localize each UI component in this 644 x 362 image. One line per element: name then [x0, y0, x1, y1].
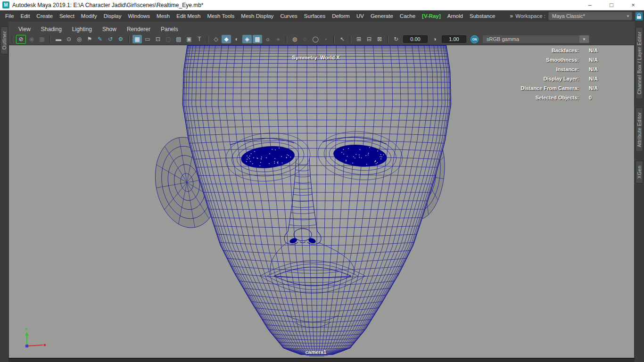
- menu-windows[interactable]: Windows: [124, 10, 153, 22]
- maya-window: M Autodesk Maya 2019.1: E:\A Character J…: [0, 0, 644, 362]
- panel-toolbar: ⊘◉▦▬⊙◎⚑✎↺⚙▦▭⊡▢▤▣T◇◆◐◈▩☼●◍◌◯▪↖⊞⊟⊠↻ 0.00 ◑…: [8, 33, 635, 45]
- panel-menu-lighting[interactable]: Lighting: [67, 26, 97, 33]
- workspace-dropdown[interactable]: Maya Classic* ▼: [548, 12, 632, 20]
- hud-readout: Backfaces: N/A Smoothness: N/A Instance:…: [478, 46, 610, 102]
- hud-label: Instance:: [478, 66, 579, 72]
- film-gate-icon[interactable]: ▭: [143, 35, 152, 43]
- menu-create[interactable]: Create: [33, 10, 56, 22]
- tab-attribute-editor[interactable]: Attribute Editor: [636, 107, 643, 152]
- menu-curves[interactable]: Curves: [277, 10, 300, 22]
- menu-surfaces[interactable]: Surfaces: [301, 10, 329, 22]
- hud-value: N/A: [589, 48, 610, 53]
- menu-display[interactable]: Display: [100, 10, 125, 22]
- tab-outliner[interactable]: Outliner: [0, 26, 8, 54]
- menu-select[interactable]: Select: [56, 10, 78, 22]
- title-bar: M Autodesk Maya 2019.1: E:\A Character J…: [0, 0, 644, 10]
- menu-uv[interactable]: UV: [353, 10, 367, 22]
- vray-vfb-icon[interactable]: ▦: [37, 35, 47, 43]
- lock-camera-icon[interactable]: ⊙: [64, 35, 74, 43]
- hud-label: Display Layer:: [478, 76, 579, 82]
- smooth-shade-icon[interactable]: ◆: [222, 35, 231, 43]
- panel-toolbar-icons: ⊘◉▦▬⊙◎⚑✎↺⚙▦▭⊡▢▤▣T◇◆◐◈▩☼●◍◌◯▪↖⊞⊟⊠↻: [16, 35, 401, 44]
- close-button[interactable]: ×: [622, 0, 644, 10]
- grease-pencil-icon[interactable]: ⚙: [116, 35, 125, 43]
- xray-icon[interactable]: ⊟: [364, 35, 374, 43]
- gate-mask-icon[interactable]: ▢: [164, 35, 173, 43]
- view-transform-value: sRGB gamma: [483, 36, 579, 42]
- minimize-button[interactable]: –: [579, 0, 601, 10]
- main-menu-bar: FileEditCreateSelectModifyDisplayWindows…: [0, 10, 644, 22]
- svg-text:Y: Y: [25, 326, 28, 331]
- image-plane-icon[interactable]: ✎: [95, 35, 105, 43]
- menu-mesh-display[interactable]: Mesh Display: [238, 10, 277, 22]
- default-material-icon[interactable]: ▩: [253, 35, 262, 43]
- selection-highlight-icon[interactable]: ↖: [338, 35, 347, 43]
- right-panel-strip: Channel Box / Layer EditorAttribute Edit…: [635, 22, 644, 362]
- gamma-on-toggle[interactable]: ON: [471, 35, 479, 43]
- menu-generate[interactable]: Generate: [367, 10, 396, 22]
- textured-icon[interactable]: ◐: [232, 35, 241, 43]
- panel-menu-show[interactable]: Show: [97, 26, 122, 33]
- isolate-select-icon[interactable]: ⊞: [354, 35, 363, 43]
- panel-menu-renderer[interactable]: Renderer: [122, 26, 156, 33]
- contrast-field[interactable]: 1.00: [442, 35, 466, 43]
- ambient-occlusion-icon[interactable]: ◍: [290, 35, 299, 43]
- grid-icon[interactable]: ▦: [132, 35, 142, 43]
- wireframe-icon[interactable]: ◇: [211, 35, 221, 43]
- camera-attributes-icon[interactable]: ◎: [74, 35, 84, 43]
- pan-zoom-icon[interactable]: ↺: [106, 35, 115, 43]
- resolution-gate-icon[interactable]: ⊡: [153, 35, 163, 43]
- depth-of-field-icon[interactable]: ▪: [321, 35, 330, 43]
- safe-title-icon[interactable]: T: [195, 35, 204, 43]
- menu-mesh[interactable]: Mesh: [153, 10, 173, 22]
- viewport: Y Symmetry: World X Backfaces: N/A Smoot…: [8, 45, 635, 358]
- menu-file[interactable]: File: [2, 10, 17, 22]
- menu-edit[interactable]: Edit: [17, 10, 33, 22]
- menu-cache[interactable]: Cache: [396, 10, 419, 22]
- chevron-down-icon: ▼: [624, 14, 632, 18]
- exposure-field[interactable]: 0.00: [403, 35, 428, 43]
- anti-alias-icon[interactable]: ◯: [311, 35, 320, 43]
- panel-menu-shading[interactable]: Shading: [36, 26, 67, 33]
- panel-menu-panels[interactable]: Panels: [156, 26, 183, 33]
- vray-ipr-icon[interactable]: ◉: [27, 35, 36, 43]
- menu-vray[interactable]: [V-Ray]: [419, 10, 444, 22]
- bookmark-icon[interactable]: ⚑: [85, 35, 94, 43]
- left-panel-strip: Outliner: [0, 22, 8, 362]
- menu-substance[interactable]: Substance: [466, 10, 498, 22]
- motion-blur-icon[interactable]: ◌: [300, 35, 310, 43]
- toolbar-separator: [50, 36, 51, 43]
- workspace-group: » Workspace : Maya Classic* ▼: [510, 12, 644, 21]
- workspace-lock-icon[interactable]: [635, 12, 643, 21]
- vray-render-toggle-icon[interactable]: ⊘: [16, 35, 26, 44]
- contrast-icon[interactable]: ◑: [430, 35, 439, 43]
- window-title: Autodesk Maya 2019.1: E:\A Character Jad…: [12, 2, 579, 8]
- xray-joints-icon[interactable]: ⊠: [375, 35, 384, 43]
- safe-action-icon[interactable]: ▣: [184, 35, 194, 43]
- panel-menu-view[interactable]: View: [13, 26, 36, 33]
- exposure-icon[interactable]: ↻: [391, 35, 401, 43]
- shadows-icon[interactable]: ●: [273, 35, 283, 43]
- view-transform-dropdown[interactable]: sRGB gamma ▼: [482, 35, 590, 43]
- select-camera-icon[interactable]: ▬: [54, 35, 63, 43]
- tab-channel-box-layer-editor[interactable]: Channel Box / Layer Editor: [636, 27, 643, 99]
- wireframe-on-shaded-icon[interactable]: ◈: [242, 35, 252, 43]
- menu-modify[interactable]: Modify: [78, 10, 100, 22]
- hud-label: Smoothness:: [478, 57, 579, 63]
- workspace-dropdown-value: Maya Classic*: [549, 13, 624, 19]
- field-chart-icon[interactable]: ▤: [174, 35, 183, 43]
- menu-edit-mesh[interactable]: Edit Mesh: [173, 10, 204, 22]
- restore-button[interactable]: □: [601, 0, 622, 10]
- menu-mesh-tools[interactable]: Mesh Tools: [204, 10, 238, 22]
- menu-arnold[interactable]: Arnold: [444, 10, 466, 22]
- hud-row: Smoothness: N/A: [478, 55, 610, 65]
- tab-xgen[interactable]: XGen: [636, 161, 643, 183]
- maya-app-icon: M: [2, 1, 9, 8]
- hud-row: Backfaces: N/A: [478, 46, 610, 55]
- menu-deform[interactable]: Deform: [329, 10, 353, 22]
- toolbar-separator: [207, 36, 208, 43]
- hud-row: Distance From Camera: N/A: [478, 83, 610, 93]
- viewport-column: ViewShadingLightingShowRendererPanels ⊘◉…: [8, 22, 635, 362]
- workspace-chevron-icon[interactable]: »: [510, 13, 513, 19]
- lights-icon[interactable]: ☼: [263, 35, 272, 43]
